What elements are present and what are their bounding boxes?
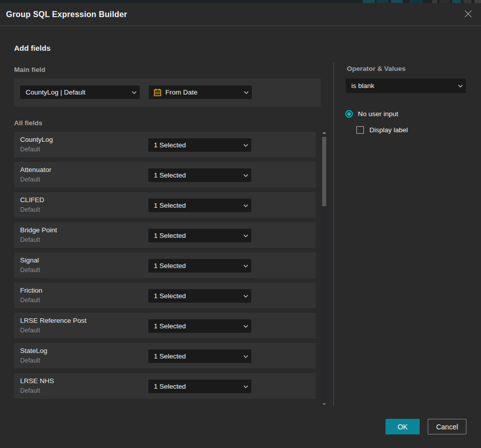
field-row: StateLog Default 1 Selected	[14, 343, 316, 369]
field-selected-dropdown[interactable]: 1 Selected	[148, 138, 251, 152]
field-subtitle: Default	[20, 266, 40, 274]
chevron-down-icon	[241, 91, 252, 94]
field-selected-dropdown[interactable]: 1 Selected	[148, 168, 251, 182]
dialog-title: Group SQL Expression Builder	[6, 10, 127, 19]
operator-value: is blank	[346, 82, 455, 89]
field-selected-value: 1 Selected	[148, 202, 240, 209]
field-row: LRSE NHS Default 1 Selected	[14, 373, 316, 399]
display-label-label: Display label	[369, 126, 408, 134]
chevron-down-icon	[240, 264, 251, 267]
chevron-down-icon	[240, 325, 251, 328]
field-name: Attenuator	[20, 166, 51, 173]
group-sql-expression-builder-dialog: Group SQL Expression Builder Add fields …	[0, 3, 481, 448]
field-selected-value: 1 Selected	[148, 262, 240, 270]
field-row: CLIFED Default 1 Selected	[14, 192, 316, 218]
all-fields-list: CountyLog Default 1 Selected Attenuator …	[14, 132, 316, 403]
main-field-date-dropdown[interactable]: From Date	[149, 85, 252, 99]
field-selected-dropdown[interactable]: 1 Selected	[148, 380, 251, 393]
main-field-layer-dropdown[interactable]: CountyLog | Default	[20, 85, 140, 99]
operator-dropdown[interactable]: is blank	[346, 78, 466, 93]
field-selected-value: 1 Selected	[148, 352, 240, 360]
scrollbar-thumb[interactable]	[322, 137, 326, 206]
main-field-date-value: From Date	[162, 88, 241, 96]
field-selected-dropdown[interactable]: 1 Selected	[148, 289, 251, 303]
field-selected-value: 1 Selected	[148, 171, 240, 179]
scroll-down-button[interactable]	[321, 401, 327, 407]
chevron-down-icon	[240, 355, 251, 358]
close-button[interactable]	[461, 8, 475, 22]
no-user-input-radio[interactable]: No user input	[345, 110, 398, 118]
checkbox-unchecked-icon	[356, 126, 364, 134]
add-fields-heading: Add fields	[14, 44, 51, 52]
field-row: Friction Default 1 Selected	[14, 283, 316, 308]
field-selected-dropdown[interactable]: 1 Selected	[148, 259, 251, 273]
close-icon	[464, 10, 472, 20]
field-selected-dropdown[interactable]: 1 Selected	[148, 349, 251, 363]
field-row: CountyLog Default 1 Selected	[14, 132, 316, 157]
chevron-down-icon	[240, 385, 251, 388]
chevron-down-icon	[240, 204, 251, 207]
field-selected-dropdown[interactable]: 1 Selected	[148, 229, 251, 242]
field-name: Signal	[20, 256, 39, 264]
main-field-panel: CountyLog | Default From Date	[14, 78, 321, 107]
no-user-input-label: No user input	[358, 110, 398, 118]
field-selected-value: 1 Selected	[148, 322, 240, 330]
panel-divider	[333, 63, 334, 406]
field-name: CountyLog	[20, 136, 53, 143]
field-selected-dropdown[interactable]: 1 Selected	[148, 199, 251, 212]
chevron-down-icon	[240, 144, 251, 147]
main-field-layer-value: CountyLog | Default	[20, 88, 129, 96]
fields-scrollbar	[321, 130, 327, 407]
field-subtitle: Default	[20, 297, 40, 304]
field-name: LRSE NHS	[20, 377, 54, 385]
operator-values-heading: Operator & Values	[347, 65, 406, 72]
chevron-down-icon	[240, 295, 251, 298]
field-selected-value: 1 Selected	[148, 383, 240, 390]
field-name: LRSE Reference Post	[20, 317, 86, 324]
main-field-label: Main field	[14, 66, 45, 73]
field-name: Bridge Point	[20, 226, 57, 234]
field-row: LRSE Reference Post Default 1 Selected	[14, 313, 316, 338]
chevron-down-icon	[129, 91, 140, 94]
field-selected-value: 1 Selected	[148, 141, 240, 149]
scroll-down-icon	[322, 403, 326, 405]
all-fields-label: All fields	[14, 119, 42, 127]
field-subtitle: Default	[20, 387, 40, 394]
field-subtitle: Default	[20, 236, 40, 243]
field-row: Bridge Point Default 1 Selected	[14, 222, 316, 248]
field-subtitle: Default	[20, 327, 40, 334]
field-selected-dropdown[interactable]: 1 Selected	[148, 319, 251, 333]
chevron-down-icon	[240, 174, 251, 177]
field-selected-value: 1 Selected	[148, 232, 240, 239]
scroll-up-button[interactable]	[321, 130, 327, 136]
field-subtitle: Default	[20, 176, 40, 183]
field-subtitle: Default	[20, 357, 40, 364]
field-row: Attenuator Default 1 Selected	[14, 162, 316, 188]
chevron-down-icon	[240, 234, 251, 237]
field-name: Friction	[20, 287, 42, 294]
ok-button[interactable]: OK	[386, 419, 420, 434]
field-name: CLIFED	[20, 196, 44, 204]
cancel-button[interactable]: Cancel	[428, 419, 466, 434]
display-label-checkbox[interactable]: Display label	[356, 126, 408, 134]
field-subtitle: Default	[20, 206, 40, 213]
field-subtitle: Default	[20, 146, 40, 153]
calendar-icon	[154, 88, 162, 97]
field-name: StateLog	[20, 347, 47, 354]
field-row: Signal Default 1 Selected	[14, 252, 316, 278]
scroll-up-icon	[322, 132, 326, 134]
dialog-header: Group SQL Expression Builder	[0, 3, 481, 26]
chevron-down-icon	[455, 84, 466, 87]
radio-selected-icon	[345, 110, 353, 118]
field-selected-value: 1 Selected	[148, 292, 240, 300]
